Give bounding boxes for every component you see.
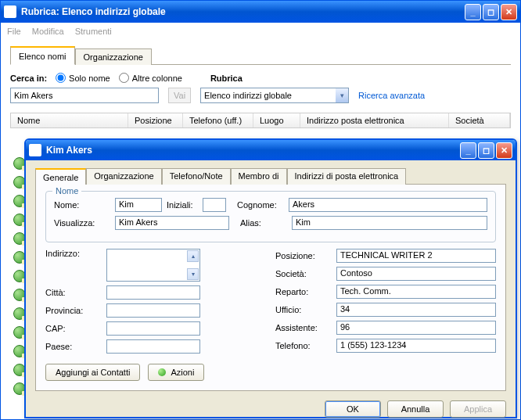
lbl-paese: Paese: bbox=[45, 342, 102, 351]
field-iniziali[interactable] bbox=[203, 198, 226, 212]
field-nome[interactable]: Kim bbox=[115, 198, 162, 212]
field-posizione[interactable]: TECHNICAL WRITER 2 bbox=[336, 249, 496, 263]
col-telefono[interactable]: Telefono (uff.) bbox=[183, 113, 253, 127]
fieldset-nome: Nome Nome: Kim Iniziali: Cognome: Akers … bbox=[45, 191, 496, 242]
lbl-indirizzo: Indirizzo: bbox=[45, 249, 102, 258]
radio-solo-nome-input[interactable] bbox=[56, 73, 66, 83]
lbl-provincia: Provincia: bbox=[45, 306, 102, 315]
lbl-citta: Città: bbox=[45, 288, 102, 297]
lbl-iniziali: Iniziali: bbox=[167, 200, 198, 210]
radio-altre-colonne[interactable]: Altre colonne bbox=[119, 73, 182, 83]
field-ufficio[interactable]: 34 bbox=[336, 303, 496, 317]
menu-strumenti[interactable]: Strumenti bbox=[75, 27, 112, 36]
lbl-ufficio: Ufficio: bbox=[275, 305, 332, 314]
close-button[interactable]: ✕ bbox=[501, 4, 517, 20]
dialog-buttons: OK Annulla Applica bbox=[26, 396, 516, 418]
dtab-membro-di[interactable]: Membro di bbox=[231, 168, 287, 185]
advanced-search-link[interactable]: Ricerca avanzata bbox=[358, 91, 425, 100]
col-posizione[interactable]: Posizione bbox=[128, 113, 183, 127]
actions-button[interactable]: Azioni bbox=[148, 364, 204, 381]
minimize-button[interactable]: _ bbox=[465, 4, 481, 20]
detail-title: Kim Akers bbox=[46, 145, 458, 156]
list-header: Nome Posizione Telefono (uff.) Luogo Ind… bbox=[10, 113, 511, 128]
ok-button[interactable]: OK bbox=[325, 400, 381, 418]
radio-solo-nome[interactable]: Solo nome bbox=[56, 73, 110, 83]
maximize-button[interactable]: ◻ bbox=[483, 4, 499, 20]
field-cap[interactable] bbox=[106, 321, 200, 336]
dtab-organizzazione[interactable]: Organizzazione bbox=[86, 168, 161, 185]
two-col: Indirizzo: ▴ ▾ Città: Provincia: bbox=[45, 249, 496, 357]
panel-buttons: Aggiungi ai Contatti Azioni bbox=[45, 364, 496, 381]
field-reparto[interactable]: Tech. Comm. bbox=[336, 285, 496, 299]
scroll-down-icon[interactable]: ▾ bbox=[187, 268, 199, 280]
main-titlebar: Rubrica: Elenco indirizzi globale _ ◻ ✕ bbox=[1, 1, 520, 23]
menubar: File Modifica Strumenti bbox=[1, 23, 520, 40]
col-email[interactable]: Indirizzo posta elettronica bbox=[300, 113, 449, 127]
search-inputs: Vai Elenco indirizzi globale ▾ Ricerca a… bbox=[10, 88, 511, 103]
chevron-down-icon[interactable]: ▾ bbox=[336, 88, 348, 102]
detail-titlebar: Kim Akers _ ◻ ✕ bbox=[26, 140, 516, 160]
field-assistente[interactable]: 96 bbox=[336, 321, 496, 335]
detail-panel: Nome Nome: Kim Iniziali: Cognome: Akers … bbox=[35, 184, 506, 391]
tab-organizzazione[interactable]: Organizzazione bbox=[75, 48, 152, 65]
main-tabs: Elenco nomi Organizzazione bbox=[10, 46, 511, 65]
menu-modifica[interactable]: Modifica bbox=[32, 27, 64, 36]
col-nome[interactable]: Nome bbox=[11, 113, 128, 127]
field-indirizzo[interactable]: ▴ ▾ bbox=[106, 249, 200, 282]
field-paese[interactable] bbox=[106, 339, 200, 354]
rubrica-label: Rubrica bbox=[210, 74, 243, 83]
lbl-reparto: Reparto: bbox=[275, 287, 332, 296]
lbl-nome: Nome: bbox=[54, 200, 110, 210]
cancel-button[interactable]: Annulla bbox=[387, 400, 444, 418]
detail-minimize-button[interactable]: _ bbox=[460, 142, 476, 159]
lbl-posizione: Posizione: bbox=[275, 251, 332, 260]
col-luogo[interactable]: Luogo bbox=[253, 113, 300, 127]
search-row: Cerca in: Solo nome Altre colonne Rubric… bbox=[10, 73, 511, 83]
detail-maximize-button[interactable]: ◻ bbox=[478, 142, 494, 159]
col-societa[interactable]: Società bbox=[449, 113, 510, 127]
lbl-cap: CAP: bbox=[45, 324, 102, 333]
search-label: Cerca in: bbox=[10, 74, 47, 83]
presence-icon bbox=[158, 368, 166, 376]
scroll-up-icon[interactable]: ▴ bbox=[187, 250, 199, 262]
main-content: Elenco nomi Organizzazione Cerca in: Sol… bbox=[1, 40, 520, 135]
field-cognome[interactable]: Akers bbox=[289, 198, 487, 212]
field-alias[interactable]: Kim bbox=[292, 216, 487, 230]
field-societa[interactable]: Contoso bbox=[336, 267, 496, 281]
dtab-generale[interactable]: Generale bbox=[35, 168, 86, 185]
tab-elenco-nomi[interactable]: Elenco nomi bbox=[10, 46, 75, 65]
lbl-visualizza: Visualizza: bbox=[54, 218, 110, 228]
menu-file[interactable]: File bbox=[7, 27, 21, 36]
lbl-cognome: Cognome: bbox=[237, 200, 284, 210]
rubrica-combo[interactable]: Elenco indirizzi globale ▾ bbox=[200, 88, 349, 103]
field-provincia[interactable] bbox=[106, 303, 200, 318]
field-visualizza[interactable]: Kim Akers bbox=[115, 216, 229, 230]
fieldset-nome-label: Nome bbox=[52, 186, 81, 196]
lbl-societa: Società: bbox=[275, 269, 332, 278]
main-window: Rubrica: Elenco indirizzi globale _ ◻ ✕ … bbox=[0, 0, 521, 420]
detail-close-button[interactable]: ✕ bbox=[496, 142, 512, 159]
search-input[interactable] bbox=[10, 88, 159, 103]
field-citta[interactable] bbox=[106, 285, 200, 300]
dtab-indirizzi[interactable]: Indirizzi di posta elettronica bbox=[287, 168, 407, 185]
lbl-telefono: Telefono: bbox=[275, 341, 332, 350]
radio-altre-colonne-input[interactable] bbox=[119, 73, 129, 83]
field-telefono[interactable]: 1 (555) 123-1234 bbox=[336, 339, 496, 353]
apply-button[interactable]: Applica bbox=[450, 400, 506, 418]
app-icon bbox=[4, 5, 16, 18]
vai-button[interactable]: Vai bbox=[168, 88, 191, 103]
detail-tabs: Generale Organizzazione Telefono/Note Me… bbox=[35, 168, 506, 185]
detail-window: Kim Akers _ ◻ ✕ Generale Organizzazione … bbox=[24, 138, 517, 418]
lbl-alias: Alias: bbox=[240, 218, 287, 228]
contact-card-icon bbox=[29, 144, 41, 156]
add-to-contacts-button[interactable]: Aggiungi ai Contatti bbox=[45, 364, 140, 381]
detail-body: Generale Organizzazione Telefono/Note Me… bbox=[26, 160, 516, 396]
lbl-assistente: Assistente: bbox=[275, 323, 332, 332]
main-title: Rubrica: Elenco indirizzi globale bbox=[21, 6, 463, 17]
dtab-telefono-note[interactable]: Telefono/Note bbox=[162, 168, 231, 185]
